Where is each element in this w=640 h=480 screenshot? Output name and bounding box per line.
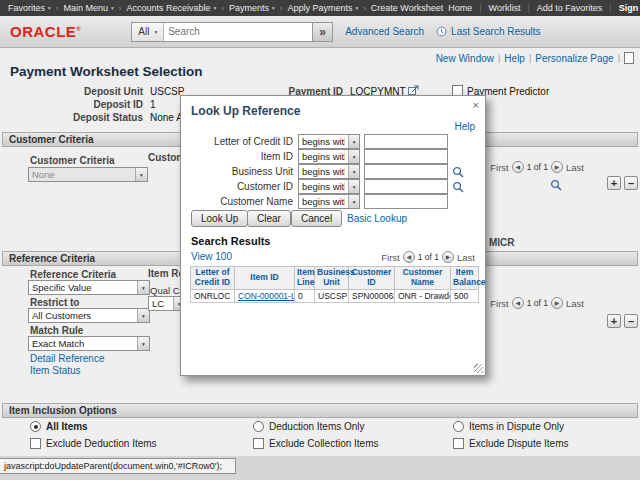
close-icon[interactable]: × [473,99,479,111]
add-row-button[interactable] [607,176,621,190]
application-window: Favorites ▾ › Main Menu ▾ › Accounts Rec… [0,0,640,480]
checkbox-exclude-deduction-items[interactable]: Exclude Deduction Items [30,438,157,449]
delete-row-button[interactable] [624,176,638,190]
search-scope-value: All [138,26,149,37]
col-item-balance[interactable]: Item Balance [451,267,479,290]
signout-link[interactable]: Sign out [619,3,640,13]
customer-id-input[interactable] [364,179,448,194]
customer-lookup-icon[interactable] [550,179,562,191]
customer-id-operator-select[interactable]: begins with ▾ [298,179,360,194]
reference-criteria-select[interactable]: Specific Value ▾ [28,280,150,295]
dropdown-arrow-icon: ▾ [135,168,147,181]
match-rule-select[interactable]: Exact Match ▾ [28,336,150,351]
breadcrumb-accounts-receivable[interactable]: Accounts Receivable ▾ [126,3,216,13]
dropdown-arrow-icon: ▾ [348,195,359,208]
letter-of-credit-id-operator-select[interactable]: begins with ▾ [298,134,360,149]
business-unit-lookup-icon[interactable] [452,166,464,178]
dialog-help-link[interactable]: Help [454,121,475,132]
checkbox-exclude-dispute-items[interactable]: Exclude Dispute Items [453,438,569,449]
search-scope-select[interactable]: All ▾ [132,23,164,41]
pager-position: 1 of 1 [527,162,548,172]
clear-button[interactable]: Clear [247,210,291,227]
new-window-icon[interactable] [624,52,634,64]
delete-row-button[interactable] [624,314,638,328]
col-customer-name[interactable]: Customer Name [395,267,451,290]
pager-last[interactable]: Last [566,162,584,173]
chevron-down-icon: ▾ [272,5,275,11]
breadcrumb-favorites[interactable]: Favorites ▾ [8,3,51,13]
next-row-icon[interactable] [551,161,563,173]
table-row: ONRLOC CON-000001-LOC 0 USCSP SPN0000632… [191,289,479,302]
previous-page-icon[interactable] [403,251,415,263]
header-links: Home | Worklist | Add to Favorites | Sig… [448,3,640,13]
worklist-link[interactable]: Worklist [489,3,521,13]
item-id-operator-select[interactable]: begins with ▾ [298,149,360,164]
checkbox-exclude-collection-items[interactable]: Exclude Collection Items [253,438,379,449]
pager-first[interactable]: First [490,298,508,309]
customer-name-input[interactable] [364,194,448,209]
business-unit-input[interactable] [364,164,448,179]
col-customer-id[interactable]: Customer ID [349,267,395,290]
next-row-icon[interactable] [551,297,563,309]
look-up-button[interactable]: Look Up [191,210,248,227]
view-100-link[interactable]: View 100 [191,251,232,262]
add-to-favorites-link[interactable]: Add to Favorites [537,3,603,13]
radio-icon [453,421,464,432]
restrict-to-label: Restrict to [30,297,79,308]
resize-handle[interactable] [474,364,483,373]
breadcrumb-separator: › [280,4,283,13]
search-input[interactable] [164,23,312,41]
separator: | [479,3,481,13]
basic-lookup-link[interactable]: Basic Lookup [347,213,407,224]
col-item-id[interactable]: Item ID [235,267,295,290]
add-row-button[interactable] [607,314,621,328]
breadcrumb-separator: › [56,4,59,13]
checkbox-icon [30,438,41,449]
checkbox-icon [253,438,264,449]
chevron-down-icon: ▾ [213,5,216,11]
next-page-icon[interactable] [442,251,454,263]
previous-row-icon[interactable] [512,297,524,309]
radio-items-in-dispute-only[interactable]: Items in Dispute Only [453,421,564,432]
match-rule-label: Match Rule [30,325,83,336]
pager-last[interactable]: Last [566,298,584,309]
new-window-link[interactable]: New Window [436,53,494,64]
previous-row-icon[interactable] [512,161,524,173]
radio-deduction-items-only[interactable]: Deduction Items Only [253,421,365,432]
breadcrumb-label: Create Worksheet [371,3,443,13]
item-id-input[interactable] [364,149,448,164]
chevron-down-icon: ▾ [154,29,157,35]
breadcrumb-label: Main Menu [63,3,108,13]
customer-criteria-value: None [32,169,55,180]
col-item-line[interactable]: Item Line [295,267,315,290]
col-business-unit[interactable]: Business Unit [315,267,349,290]
breadcrumb-main-menu[interactable]: Main Menu ▾ [63,3,113,13]
home-link[interactable]: Home [448,3,472,13]
item-status-link[interactable]: Item Status [30,365,81,376]
customer-id-lookup-icon[interactable] [452,181,464,193]
customer-grid-pager: First 1 of 1 Last [490,161,584,173]
restrict-to-select[interactable]: All Customers ▾ [28,308,150,323]
last-search-results-link[interactable]: Last Search Results [451,26,541,37]
help-link[interactable]: Help [504,53,525,64]
cell-item-line: 0 [295,289,315,302]
advanced-search-link[interactable]: Advanced Search [345,26,424,37]
breadcrumb-payments[interactable]: Payments ▾ [229,3,275,13]
breadcrumb-apply-payments[interactable]: Apply Payments ▾ [287,3,358,13]
pager-last[interactable]: Last [457,252,475,263]
personalize-page-link[interactable]: Personalize Page [535,53,613,64]
customer-name-operator-select[interactable]: begins with ▾ [298,194,360,209]
detail-reference-link[interactable]: Detail Reference [30,353,104,364]
item-id-result-link[interactable]: CON-000001-LOC [238,291,295,301]
col-letter-of-credit-id[interactable]: Letter of Credit ID [191,267,235,290]
cancel-button[interactable]: Cancel [291,210,342,227]
search-go-button[interactable]: » [312,23,332,41]
letter-of-credit-id-input[interactable] [364,134,448,149]
business-unit-operator-select[interactable]: begins with ▾ [298,164,360,179]
radio-icon [30,421,41,432]
radio-all-items[interactable]: All Items [30,421,88,432]
business-unit-label: Business Unit [181,166,293,177]
checkbox-label: Exclude Dispute Items [469,438,569,449]
pager-first[interactable]: First [490,162,508,173]
pager-first[interactable]: First [381,252,399,263]
